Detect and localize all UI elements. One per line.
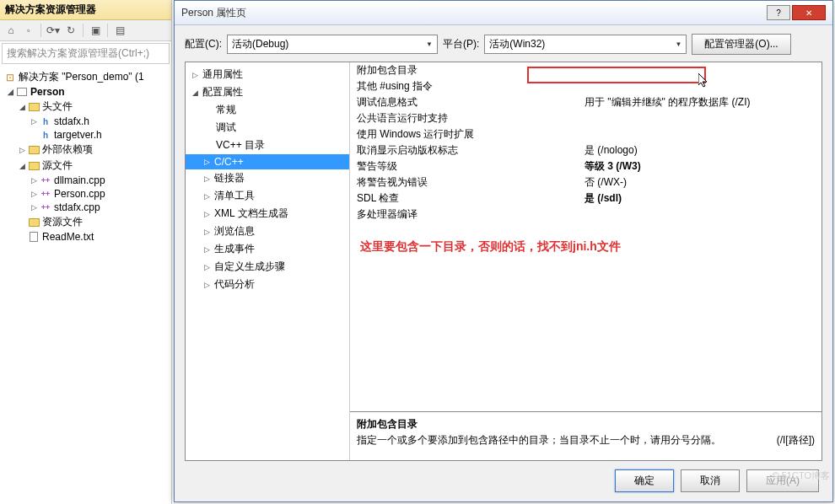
file-targetver-h[interactable]: htargetver.h [2, 128, 170, 142]
header-file-icon: h [39, 129, 52, 141]
property-name: 取消显示启动版权标志 [357, 143, 584, 158]
property-row[interactable]: 使用 Windows 运行时扩展 [350, 126, 822, 142]
solution-node[interactable]: ⊡解决方案 "Person_demo" (1 [2, 69, 170, 85]
property-row[interactable]: 多处理器编译 [350, 206, 822, 223]
collapse-arrow-icon[interactable]: ▷ [29, 117, 39, 126]
close-button[interactable]: ✕ [792, 5, 826, 20]
property-value[interactable] [584, 207, 815, 222]
cpp-file-icon: ++ [39, 174, 52, 186]
tree-manifest[interactable]: ▷清单工具 [186, 187, 349, 205]
collapse-icon[interactable]: ▣ [88, 23, 103, 38]
property-value[interactable] [584, 127, 815, 142]
property-value[interactable]: 是 (/sdl) [584, 191, 815, 206]
property-value[interactable]: 否 (/WX-) [584, 175, 815, 190]
config-label: 配置(C): [185, 37, 222, 51]
solution-icon: ⊡ [3, 72, 17, 83]
ok-button[interactable]: 确定 [615, 469, 674, 492]
property-value[interactable] [584, 111, 815, 126]
watermark: © 51CTO博客 [773, 469, 830, 482]
collapse-arrow-icon[interactable]: ▷ [29, 176, 39, 185]
property-name: 警告等级 [357, 159, 584, 174]
sources-folder[interactable]: ◢源文件 [2, 158, 170, 174]
property-name: 其他 #using 指令 [357, 79, 584, 94]
solution-tree: ⊡解决方案 "Person_demo" (1 ◢Person ◢头文件 ▷hst… [0, 66, 171, 247]
tree-ccpp[interactable]: ▷C/C++ [186, 154, 349, 169]
property-value[interactable]: 等级 3 (/W3) [584, 159, 815, 174]
property-value[interactable] [584, 79, 815, 94]
back-icon[interactable]: ◦ [21, 23, 36, 38]
category-tree: ▷通用属性 ◢配置属性 常规 调试 VC++ 目录 ▷C/C++ ▷链接器 ▷清… [186, 62, 350, 460]
property-row[interactable]: 警告等级等级 3 (/W3) [350, 158, 822, 174]
help-flag: (/I[路径]) [777, 433, 815, 448]
dialog-titlebar[interactable]: Person 属性页 ? ✕ [175, 1, 832, 25]
project-icon [15, 86, 29, 98]
file-dllmain-cpp[interactable]: ▷++dllmain.cpp [2, 174, 170, 187]
property-row[interactable]: 附加包含目录 [350, 62, 822, 78]
collapse-arrow-icon[interactable]: ▷ [29, 203, 39, 212]
cpp-file-icon: ++ [39, 188, 52, 200]
sync-icon[interactable]: ⟳▾ [46, 23, 61, 38]
help-button[interactable]: ? [767, 5, 790, 20]
headers-folder[interactable]: ◢头文件 [2, 99, 170, 115]
tree-xmldoc[interactable]: ▷XML 文档生成器 [186, 205, 349, 223]
collapse-arrow-icon[interactable]: ▷ [17, 146, 27, 154]
file-stdafx-cpp[interactable]: ▷++stdafx.cpp [2, 201, 170, 214]
property-name: 将警告视为错误 [357, 175, 584, 190]
tree-code[interactable]: ▷代码分析 [186, 276, 349, 293]
folder-icon [27, 144, 40, 156]
property-name: 多处理器编译 [357, 207, 584, 222]
config-row: 配置(C): 活动(Debug)▼ 平台(P): 活动(Win32)▼ 配置管理… [185, 34, 822, 55]
tree-build[interactable]: ▷生成事件 [186, 240, 349, 258]
config-manager-button[interactable]: 配置管理器(O)... [692, 34, 790, 55]
help-title: 附加包含目录 [357, 417, 815, 432]
property-value[interactable]: 用于 "编辑并继续" 的程序数据库 (/ZI) [584, 95, 815, 110]
property-name: SDL 检查 [357, 191, 584, 206]
property-name: 使用 Windows 运行时扩展 [357, 127, 584, 142]
property-row[interactable]: 其他 #using 指令 [350, 78, 822, 94]
property-name: 公共语言运行时支持 [357, 111, 584, 126]
file-person-cpp[interactable]: ▷++Person.cpp [2, 187, 170, 201]
property-row[interactable]: 调试信息格式用于 "编辑并继续" 的程序数据库 (/ZI) [350, 94, 822, 110]
external-folder[interactable]: ▷外部依赖项 [2, 142, 170, 158]
platform-label: 平台(P): [443, 37, 479, 51]
tree-general[interactable]: 常规 [186, 101, 349, 119]
tree-linker[interactable]: ▷链接器 [186, 169, 349, 187]
tree-debug[interactable]: 调试 [186, 119, 349, 137]
expand-arrow-icon[interactable]: ◢ [17, 162, 27, 170]
property-dialog: Person 属性页 ? ✕ 配置(C): 活动(Debug)▼ 平台(P): … [174, 0, 833, 502]
file-readme[interactable]: ReadMe.txt [2, 230, 170, 244]
dialog-footer: 确定 取消 应用(A) [185, 461, 822, 494]
property-row[interactable]: 将警告视为错误否 (/WX-) [350, 174, 822, 190]
property-row[interactable]: 取消显示启动版权标志是 (/nologo) [350, 142, 822, 158]
properties-icon[interactable]: ▤ [112, 23, 127, 38]
help-desc: 指定一个或多个要添加到包含路径中的目录；当目录不止一个时，请用分号分隔。 [357, 433, 721, 448]
property-row[interactable]: 公共语言运行时支持 [350, 110, 822, 126]
tree-vcdir[interactable]: VC++ 目录 [186, 137, 349, 154]
config-combo[interactable]: 活动(Debug)▼ [227, 35, 438, 54]
project-node[interactable]: ◢Person [2, 85, 170, 99]
property-value[interactable]: 是 (/nologo) [584, 143, 815, 158]
tree-common[interactable]: ▷通用属性 [186, 66, 349, 83]
property-value[interactable] [584, 63, 815, 78]
file-stdafx-h[interactable]: ▷hstdafx.h [2, 115, 170, 128]
refresh-icon[interactable]: ↻ [63, 23, 78, 38]
home-icon[interactable]: ⌂ [3, 23, 19, 38]
header-file-icon: h [39, 115, 52, 127]
folder-icon [27, 101, 40, 113]
expand-arrow-icon[interactable]: ◢ [5, 88, 15, 96]
tree-browse[interactable]: ▷浏览信息 [186, 223, 349, 240]
tree-custom[interactable]: ▷自定义生成步骤 [186, 258, 349, 276]
expand-arrow-icon[interactable]: ◢ [17, 103, 27, 111]
tree-config[interactable]: ◢配置属性 [186, 83, 349, 101]
resources-folder[interactable]: 资源文件 [2, 214, 170, 230]
dropdown-icon: ▼ [426, 40, 433, 48]
cancel-button[interactable]: 取消 [681, 469, 740, 492]
property-grid: 附加包含目录其他 #using 指令调试信息格式用于 "编辑并继续" 的程序数据… [350, 62, 822, 411]
collapse-arrow-icon[interactable]: ▷ [29, 190, 39, 198]
property-name: 调试信息格式 [357, 95, 584, 110]
dropdown-icon: ▼ [675, 40, 681, 48]
platform-combo[interactable]: 活动(Win32)▼ [484, 35, 687, 54]
explorer-search[interactable]: 搜索解决方案资源管理器(Ctrl+;) [2, 43, 170, 64]
property-row[interactable]: SDL 检查是 (/sdl) [350, 190, 822, 206]
cpp-file-icon: ++ [39, 201, 52, 213]
